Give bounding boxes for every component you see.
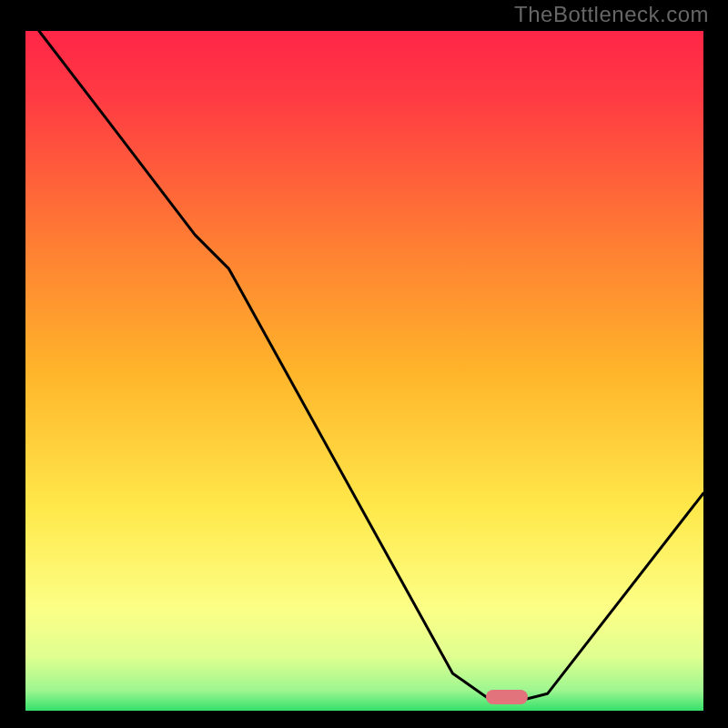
watermark-text: TheBottleneck.com	[514, 2, 709, 27]
bottleneck-curve	[25, 31, 703, 711]
optimal-marker	[486, 690, 528, 704]
plot-area	[25, 31, 703, 711]
